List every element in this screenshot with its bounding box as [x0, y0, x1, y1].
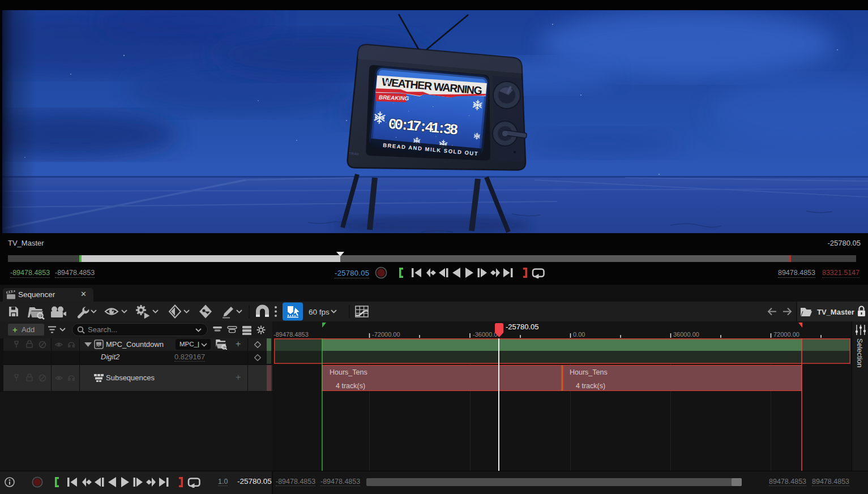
svg-text:Hours_Tens: Hours_Tens	[570, 368, 608, 376]
svg-text:4 track(s): 4 track(s)	[336, 382, 365, 390]
svg-text:60 fps: 60 fps	[309, 308, 330, 316]
svg-text:BREAKING: BREAKING	[379, 94, 409, 101]
svg-text:4 track(s): 4 track(s)	[576, 382, 605, 390]
svg-text:Hours_Tens: Hours_Tens	[330, 368, 367, 376]
svg-text:TV_Master: TV_Master	[817, 308, 854, 316]
